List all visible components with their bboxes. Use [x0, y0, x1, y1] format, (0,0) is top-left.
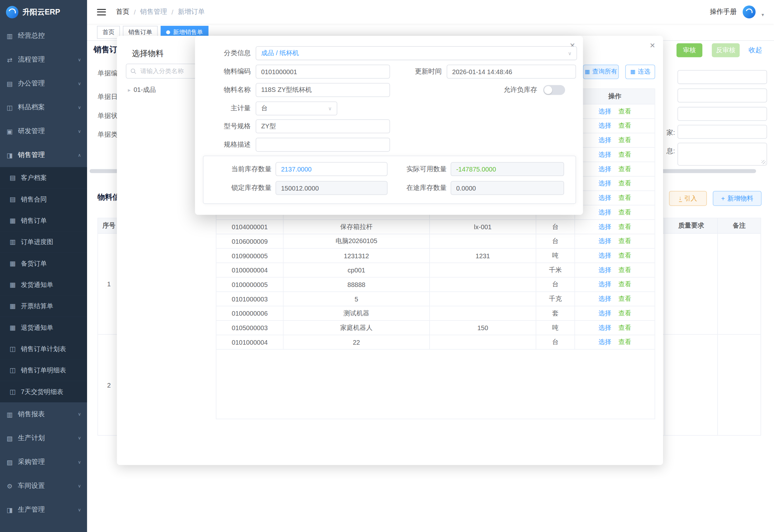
vendor-field[interactable]: [678, 125, 767, 139]
available-input[interactable]: [451, 162, 564, 176]
select-link[interactable]: 选择: [599, 107, 611, 116]
sidebar-item-office[interactable]: ▤ 办公管理 ∨: [0, 72, 87, 95]
sidebar-item-materials[interactable]: ◫ 料品档案 ∨: [0, 95, 87, 119]
select-link[interactable]: 选择: [599, 179, 611, 188]
sidebar-item-production[interactable]: ◨ 生产管理 ∨: [0, 498, 87, 522]
sidebar-item-return-note[interactable]: ▦ 退货通知单: [0, 317, 87, 338]
sidebar-item-stock-order[interactable]: ▦ 备货订单: [0, 253, 87, 274]
update-time-input[interactable]: [447, 65, 576, 79]
material-name-input[interactable]: [256, 83, 390, 97]
table-row[interactable]: 01010000035千克选择查看: [216, 292, 655, 306]
select-link[interactable]: 选择: [599, 280, 611, 289]
select-link[interactable]: 选择: [599, 294, 611, 303]
view-link[interactable]: 查看: [618, 309, 631, 318]
view-link[interactable]: 查看: [618, 179, 631, 188]
sidebar-item-purchase[interactable]: ▨ 采购管理 ∨: [0, 450, 87, 474]
sidebar-item-customer-file[interactable]: ▤ 客户档案: [0, 167, 87, 188]
current-stock-input[interactable]: [275, 162, 387, 176]
sidebar-item-delivery-note[interactable]: ▦ 发货通知单: [0, 274, 87, 295]
right-field-1[interactable]: [678, 70, 767, 84]
sidebar-item-progress-chart[interactable]: ▥ 订单进度图: [0, 231, 87, 252]
sidebar-item-partial[interactable]: ▤ ∨: [0, 522, 87, 532]
sidebar-item-flow[interactable]: ⇄ 流程管理 ∨: [0, 48, 87, 72]
select-link[interactable]: 选择: [599, 323, 611, 332]
allow-negative-toggle[interactable]: [543, 85, 565, 95]
unaudit-button[interactable]: 反审核: [712, 43, 739, 57]
sidebar-item-sales-report[interactable]: ▥ 销售报表 ∨: [0, 402, 87, 426]
query-all-button[interactable]: ▦ 查询所有: [583, 65, 619, 79]
sidebar-item-dashboard[interactable]: ▥ 经营总控: [0, 24, 87, 48]
view-link[interactable]: 查看: [618, 222, 631, 231]
sidebar-item-sales-order[interactable]: ▦ 销售订单: [0, 210, 87, 231]
view-link[interactable]: 查看: [618, 165, 631, 174]
view-link[interactable]: 查看: [618, 121, 631, 130]
avatar[interactable]: [743, 5, 756, 18]
chevron-down-icon[interactable]: ▾: [761, 12, 764, 17]
in-transit-input[interactable]: [451, 181, 564, 195]
right-field-2[interactable]: [678, 89, 767, 103]
table-row[interactable]: 0106000009电脑20260105台选择查看: [216, 234, 655, 249]
breadcrumb-section[interactable]: 销售管理: [140, 7, 167, 16]
sidebar-item-rnd[interactable]: ▣ 研发管理 ∨: [0, 119, 87, 143]
view-link[interactable]: 查看: [618, 251, 631, 260]
view-link[interactable]: 查看: [618, 150, 631, 159]
collapse-link[interactable]: 收起: [749, 46, 762, 55]
collapse-menu-icon[interactable]: [97, 9, 106, 15]
sidebar-item-invoice[interactable]: ▦ 开票结算单: [0, 295, 87, 317]
select-link[interactable]: 选择: [599, 136, 611, 145]
tree-expand-icon[interactable]: ▸: [128, 87, 131, 93]
sidebar-item-sales[interactable]: ◨ 销售管理 ∧: [0, 143, 87, 167]
sidebar-item-sales-contract[interactable]: ▤ 销售合同: [0, 189, 87, 210]
table-row[interactable]: 0104000001保存箱拉杆lx-001台选择查看: [216, 220, 655, 234]
select-link[interactable]: 选择: [599, 338, 611, 347]
view-link[interactable]: 查看: [618, 338, 631, 347]
view-link[interactable]: 查看: [618, 280, 631, 289]
category-tree-node[interactable]: ▸ 01-成品: [128, 85, 156, 94]
sidebar-item-delivery-7d[interactable]: ◫ 7天交货明细表: [0, 381, 87, 402]
multi-select-button[interactable]: ▦ 连选: [625, 65, 655, 79]
table-row[interactable]: 010000000588888台选择查看: [216, 278, 655, 292]
select-link[interactable]: 选择: [599, 309, 611, 318]
view-link[interactable]: 查看: [618, 323, 631, 332]
table-row[interactable]: 0100000006测试机器套选择查看: [216, 306, 655, 321]
category-select[interactable]: 成品 / 纸杯机 ∨: [256, 46, 577, 60]
table-row[interactable]: 010900000512313121231吨选择查看: [216, 249, 655, 263]
import-button[interactable]: ↓ 引入: [669, 191, 707, 206]
view-link[interactable]: 查看: [618, 107, 631, 116]
close-icon[interactable]: ×: [650, 41, 655, 50]
sidebar-item-workshop[interactable]: ⚙ 车间设置 ∨: [0, 474, 87, 498]
model-input[interactable]: [256, 119, 390, 133]
select-link[interactable]: 选择: [599, 165, 611, 174]
select-link[interactable]: 选择: [599, 208, 611, 217]
tab-home[interactable]: 首页: [97, 26, 120, 39]
locked-stock-input[interactable]: [275, 181, 387, 195]
audit-button[interactable]: 审核: [677, 43, 702, 57]
view-link[interactable]: 查看: [618, 237, 631, 246]
table-row[interactable]: 0100000004cp001千米选择查看: [216, 263, 655, 278]
add-material-button[interactable]: + 新增物料: [713, 191, 761, 206]
view-link[interactable]: 查看: [618, 193, 631, 202]
view-link[interactable]: 查看: [618, 294, 631, 303]
view-link[interactable]: 查看: [618, 266, 631, 275]
table-row[interactable]: 010100000422台选择查看: [216, 335, 655, 350]
unit-select[interactable]: 台 ∨: [256, 102, 337, 115]
select-link[interactable]: 选择: [599, 237, 611, 246]
breadcrumb-home[interactable]: 首页: [116, 7, 129, 16]
select-link[interactable]: 选择: [599, 251, 611, 260]
select-link[interactable]: 选择: [599, 193, 611, 202]
view-link[interactable]: 查看: [618, 208, 631, 217]
select-link[interactable]: 选择: [599, 150, 611, 159]
sidebar-item-production-plan[interactable]: ▧ 生产计划 ∨: [0, 426, 87, 450]
spec-input[interactable]: [256, 138, 390, 152]
manual-link[interactable]: 操作手册: [710, 7, 737, 16]
sidebar-item-order-plan[interactable]: ◫ 销售订单计划表: [0, 338, 87, 360]
right-field-3[interactable]: [678, 107, 767, 121]
category-search-input[interactable]: [139, 67, 194, 75]
view-link[interactable]: 查看: [618, 136, 631, 145]
select-link[interactable]: 选择: [599, 222, 611, 231]
sidebar-item-order-detail[interactable]: ◫ 销售订单明细表: [0, 360, 87, 381]
select-link[interactable]: 选择: [599, 121, 611, 130]
material-code-input[interactable]: [256, 65, 390, 79]
note-textarea[interactable]: [678, 143, 767, 166]
select-link[interactable]: 选择: [599, 266, 611, 275]
